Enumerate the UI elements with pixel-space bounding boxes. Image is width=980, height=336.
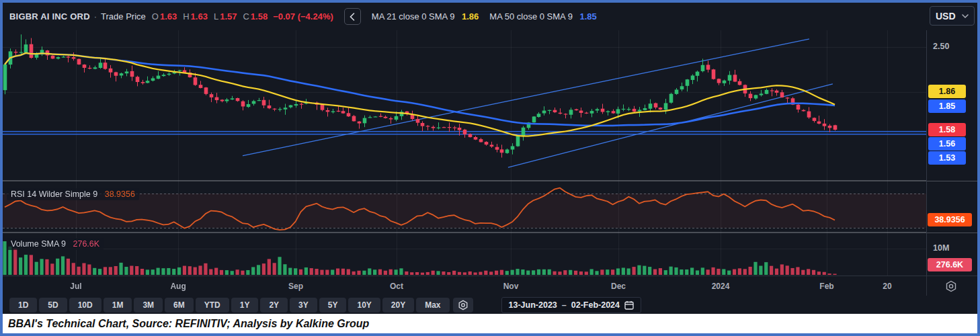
date-to: 02-Feb-2024 (571, 300, 620, 310)
range-button-1m[interactable]: 1M (104, 298, 132, 312)
price-axis-badge: 1.86 (928, 85, 966, 98)
caption-text: BBAI's Technical Chart, Source: REFINITI… (8, 318, 369, 330)
symbol-title: BIGBR AI INC ORD (9, 11, 90, 22)
time-axis-tick: 20 (883, 282, 891, 291)
range-button-max[interactable]: Max (416, 298, 449, 312)
ma50-legend: MA 50 close 0 SMA 9 1.85 (489, 11, 597, 22)
gear-icon (458, 300, 468, 310)
open-label: O (152, 11, 159, 22)
interval-settings-button[interactable] (453, 298, 473, 312)
date-from: 13-Jun-2023 (509, 300, 557, 310)
range-button-6m[interactable]: 6M (165, 298, 194, 312)
price-axis-badge: 1.56 (928, 137, 966, 151)
volume-axis-tick: 10M (933, 243, 949, 253)
ma21-label: MA 21 close 0 SMA 9 (372, 11, 455, 22)
volume-axis-badge: 276.6K (928, 258, 972, 271)
low-label: L (214, 11, 218, 22)
range-button-5d[interactable]: 5D (39, 298, 67, 312)
price-axis-badge: 1.58 (928, 123, 966, 136)
close-label: C (243, 11, 249, 22)
change-value: −0.07 (−4.24%) (273, 11, 333, 22)
currency-dropdown[interactable]: USD (930, 6, 975, 26)
rsi-axis-badge: 38.9356 (928, 213, 972, 226)
low-value: 1.57 (220, 11, 237, 22)
time-axis-tick: 2024 (712, 282, 730, 291)
chevron-left-icon (350, 13, 355, 21)
volume-legend: Volume SMA 9 276.6K (7, 238, 104, 250)
range-button-3y[interactable]: 3Y (290, 298, 317, 312)
range-button-5y[interactable]: 5Y (319, 298, 347, 312)
time-axis-tick: Dec (611, 282, 626, 291)
time-axis-tick: Feb (819, 282, 833, 291)
currency-value: USD (936, 11, 956, 22)
screenshot-frame: BIGBR AI INC ORD · Trade Price O 1.63 H … (0, 0, 980, 336)
title-separator: · (94, 11, 97, 22)
range-button-3m[interactable]: 3M (134, 298, 163, 312)
calendar-icon (624, 300, 634, 310)
ma21-value: 1.86 (462, 11, 479, 22)
ma50-value: 1.85 (580, 11, 597, 22)
panel-divider (927, 181, 977, 181)
open-value: 1.63 (160, 11, 177, 22)
rsi-label: RSI 14 Wilder Simple 9 (11, 190, 97, 199)
range-button-10d[interactable]: 10D (69, 298, 101, 312)
high-value: 1.63 (191, 11, 208, 22)
gear-icon (945, 280, 957, 292)
close-value: 1.58 (251, 11, 268, 22)
time-axis[interactable]: JulAugSepOctNovDec2024Feb20 (3, 276, 977, 296)
range-button-20y[interactable]: 20Y (382, 298, 414, 312)
panel-divider (927, 233, 977, 233)
time-axis-tick: Sep (288, 282, 303, 291)
range-button-ytd[interactable]: YTD (196, 298, 229, 312)
ma21-legend: MA 21 close 0 SMA 9 1.86 (372, 11, 479, 22)
price-axis[interactable]: 2.50 1.861.851.581.561.53 38.9356 10M 27… (926, 30, 977, 276)
volume-value: 276.6K (73, 239, 99, 249)
rsi-value: 38.9356 (105, 190, 135, 199)
range-button-1y[interactable]: 1Y (231, 298, 259, 312)
series-label: Trade Price (101, 11, 146, 22)
price-axis-tick: 2.50 (933, 42, 949, 51)
collapse-legend-button[interactable] (344, 8, 361, 25)
range-button-group: 1D5D10D1M3M6MYTD1Y2Y3Y5Y10Y20YMax (9, 298, 452, 312)
chevron-down-icon (962, 14, 969, 18)
volume-label: Volume SMA 9 (11, 239, 66, 249)
ma50-label: MA 50 close 0 SMA 9 (489, 11, 573, 22)
axis-settings-icon[interactable] (943, 279, 959, 294)
time-axis-tick: Jul (70, 282, 81, 291)
price-axis-badge: 1.53 (928, 151, 966, 165)
price-axis-badge: 1.85 (928, 99, 966, 113)
price-chart-canvas[interactable] (3, 30, 926, 276)
time-axis-tick: Nov (503, 282, 519, 291)
range-button-2y[interactable]: 2Y (260, 298, 288, 312)
chart-header: BIGBR AI INC ORD · Trade Price O 1.63 H … (3, 3, 926, 30)
date-range-picker[interactable]: 13-Jun-2023 – 02-Feb-2024 (501, 297, 641, 313)
date-separator: – (562, 300, 567, 310)
range-button-10y[interactable]: 10Y (348, 298, 380, 312)
range-toolbar: 1D5D10D1M3M6MYTD1Y2Y3Y5Y10Y20YMax 13-Jun… (3, 296, 977, 314)
time-axis-tick: Aug (170, 282, 186, 291)
high-label: H (183, 11, 189, 22)
time-axis-tick: Oct (390, 282, 403, 291)
caption-bar: BBAI's Technical Chart, Source: REFINITI… (3, 314, 977, 333)
range-button-1d[interactable]: 1D (9, 298, 37, 312)
rsi-legend: RSI 14 Wilder Simple 9 38.9356 (7, 188, 139, 200)
